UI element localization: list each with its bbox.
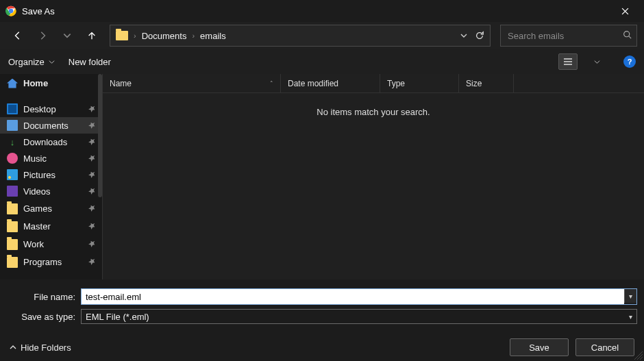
column-headers: Name ˄ Date modified Type Size [103, 74, 644, 93]
up-button[interactable] [81, 25, 103, 47]
sidebar-scrollbar[interactable] [98, 74, 102, 197]
list-view-icon [563, 58, 573, 66]
column-type[interactable]: Type [380, 74, 459, 92]
sort-indicator-icon: ˄ [270, 80, 273, 87]
address-bar[interactable]: › Documents › emails [110, 25, 491, 47]
sidebar-item-label: Games [23, 203, 52, 214]
window-title: Save As [22, 6, 55, 16]
footer: Hide Folders Save Cancel [0, 326, 644, 361]
sidebar-item-label: Documents [23, 121, 69, 131]
refresh-icon[interactable] [475, 31, 484, 40]
pin-icon [86, 221, 97, 232]
cancel-button[interactable]: Cancel [575, 338, 634, 356]
chevron-down-icon: ▾ [629, 313, 632, 321]
pin-icon [86, 256, 97, 267]
forward-button[interactable] [32, 25, 53, 47]
sidebar-item-master[interactable]: Master [0, 217, 102, 235]
folder-icon [7, 257, 18, 268]
sidebar-item-downloads[interactable]: ↓Downloads [0, 134, 102, 150]
pin-icon [86, 169, 97, 180]
new-folder-button[interactable]: New folder [69, 57, 111, 67]
nav-bar: › Documents › emails [0, 22, 644, 49]
sidebar-item-label: Desktop [23, 104, 56, 114]
sidebar-item-label: Downloads [23, 137, 67, 147]
folder-icon [7, 239, 18, 250]
svg-point-2 [624, 32, 630, 37]
main-area: Home DesktopDocuments↓DownloadsMusicPict… [0, 74, 644, 279]
arrow-right-icon [38, 31, 47, 40]
column-name[interactable]: Name ˄ [103, 74, 281, 92]
sidebar-item-label: Music [23, 153, 47, 164]
filename-label: File name: [7, 292, 81, 302]
chevron-right-icon: › [192, 32, 195, 40]
file-list-area: Name ˄ Date modified Type Size No items … [103, 74, 644, 279]
bottom-panel: File name: ▾ Save as type: EML File (*.e… [0, 279, 644, 361]
chevron-right-icon: › [134, 32, 136, 40]
pin-icon [86, 186, 97, 197]
chevron-down-icon[interactable] [460, 32, 468, 40]
sidebar-item-documents[interactable]: Documents [0, 117, 102, 134]
pin-icon [86, 120, 97, 131]
sidebar-item-label: Master [23, 221, 51, 232]
sidebar-item-programs[interactable]: Programs [0, 253, 102, 271]
sidebar-item-label: Programs [23, 257, 62, 267]
column-size[interactable]: Size [459, 74, 514, 92]
sidebar-item-work[interactable]: Work [0, 235, 102, 253]
svg-point-1 [9, 9, 14, 14]
sidebar-item-videos[interactable]: Videos [0, 183, 102, 199]
back-button[interactable] [7, 25, 29, 47]
chevron-down-icon[interactable] [594, 59, 600, 65]
search-icon [623, 30, 632, 41]
chevron-down-icon [49, 59, 55, 65]
help-button[interactable]: ? [623, 55, 636, 68]
pin-icon [86, 136, 97, 147]
arrow-left-icon [13, 31, 23, 40]
sidebar-item-label: Work [23, 239, 44, 249]
sidebar-home-label: Home [23, 78, 48, 88]
title-bar: Save As [0, 0, 644, 22]
search-box[interactable] [500, 25, 637, 47]
folder-icon [7, 203, 18, 214]
sidebar-item-games[interactable]: Games [0, 199, 102, 217]
organize-menu[interactable]: Organize [8, 57, 55, 67]
folder-icon [116, 31, 128, 40]
save-button[interactable]: Save [510, 338, 569, 356]
home-icon [7, 79, 18, 88]
empty-message: No items match your search. [103, 93, 644, 279]
savetype-value: EML File (*.eml) [86, 312, 149, 322]
sidebar-item-label: Videos [23, 186, 51, 197]
savetype-row: Save as type: EML File (*.eml) ▾ [0, 307, 644, 326]
view-options-button[interactable] [558, 53, 578, 70]
recent-dropdown[interactable] [56, 25, 78, 47]
doc-icon [7, 120, 18, 131]
filename-dropdown[interactable]: ▾ [624, 289, 636, 303]
pin-icon [86, 103, 97, 114]
breadcrumb-emails[interactable]: emails [200, 31, 226, 41]
filename-input[interactable] [82, 289, 624, 304]
sidebar-item-desktop[interactable]: Desktop [0, 101, 102, 117]
pin-icon [86, 153, 97, 164]
search-input[interactable] [508, 31, 623, 41]
chevron-down-icon [62, 31, 72, 40]
close-button[interactable] [611, 0, 639, 22]
vid-icon [7, 186, 18, 197]
savetype-select[interactable]: EML File (*.eml) ▾ [81, 309, 637, 324]
filename-row: File name: ▾ [0, 286, 644, 307]
resize-grip[interactable] [634, 351, 643, 360]
pin-icon [86, 238, 97, 249]
sidebar-item-music[interactable]: Music [0, 150, 102, 166]
sidebar-home[interactable]: Home [0, 74, 102, 92]
down-icon: ↓ [7, 136, 18, 147]
sidebar-item-pictures[interactable]: Pictures [0, 166, 102, 183]
sidebar: Home DesktopDocuments↓DownloadsMusicPict… [0, 74, 103, 279]
close-icon [621, 8, 629, 15]
chrome-icon [5, 5, 16, 16]
new-folder-label: New folder [69, 57, 111, 67]
folder-icon [7, 221, 18, 232]
organize-label: Organize [8, 57, 45, 67]
hide-folders-button[interactable]: Hide Folders [10, 343, 71, 353]
column-date[interactable]: Date modified [281, 74, 380, 92]
hide-folders-label: Hide Folders [21, 343, 71, 353]
breadcrumb-documents[interactable]: Documents [142, 31, 187, 41]
savetype-label: Save as type: [7, 312, 81, 322]
